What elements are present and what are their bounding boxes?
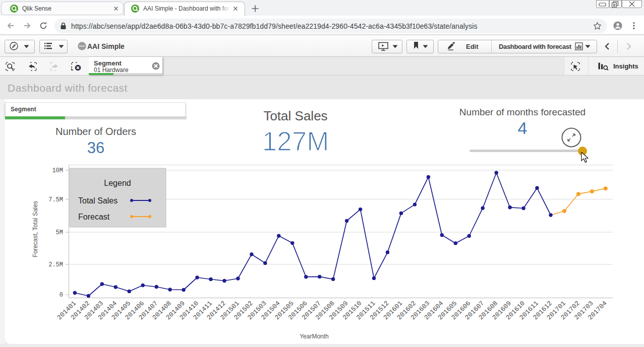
svg-text:YearMonth: YearMonth [300, 333, 329, 340]
svg-text:0: 0 [60, 292, 63, 299]
svg-text:10M: 10M [52, 167, 63, 174]
svg-text:Forecast, Total Sales: Forecast, Total Sales [32, 201, 39, 257]
svg-text:5M: 5M [56, 229, 63, 236]
svg-text:Legend: Legend [104, 179, 131, 187]
svg-text:7.5M: 7.5M [48, 196, 63, 203]
svg-text:2.5M: 2.5M [48, 261, 63, 268]
svg-text:Forecast: Forecast [78, 213, 110, 221]
svg-text:Total Sales: Total Sales [78, 196, 118, 205]
